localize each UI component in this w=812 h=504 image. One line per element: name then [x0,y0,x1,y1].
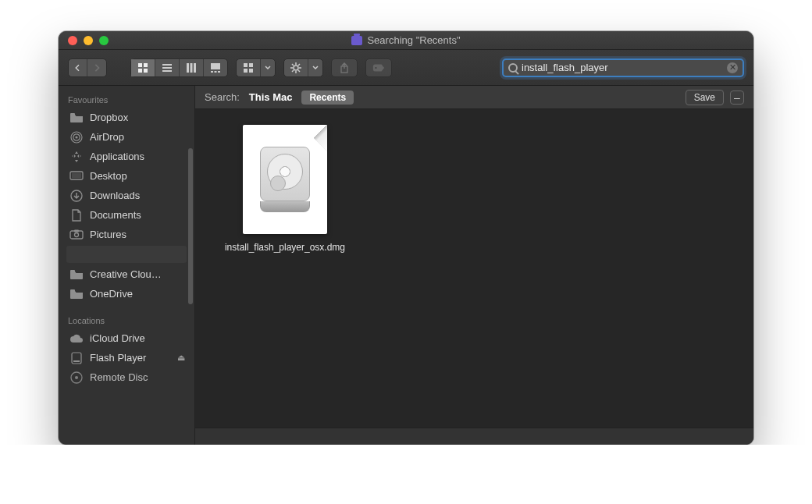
search-icon [508,63,518,73]
svg-rect-3 [144,69,148,73]
content: Favourites Dropbox AirDrop Applications … [59,86,753,445]
search-field[interactable]: ✕ [502,59,744,77]
share-button[interactable] [331,59,358,77]
sidebar-item-label: Pictures [90,229,126,240]
sidebar-item-airdrop[interactable]: AirDrop [59,127,194,147]
sidebar-item-label: Downloads [90,190,140,201]
svg-rect-12 [215,71,217,73]
path-bar [195,428,753,445]
sidebar-item-label: Desktop [90,170,127,182]
svg-rect-1 [144,63,148,67]
icon-view-button[interactable] [131,59,155,76]
svg-rect-4 [162,64,172,66]
finder-window: Searching "Recents" [59,31,753,445]
save-search-button[interactable]: Save [686,90,724,105]
svg-rect-5 [162,67,172,69]
desktop-icon [69,171,84,182]
sidebar-item-label: OneDrive [90,288,133,300]
svg-rect-6 [162,70,172,72]
forward-button[interactable] [87,59,106,76]
sidebar-item-label: Documents [90,209,141,221]
search-scope-bar: Search: This Mac Recents Save – [195,86,753,109]
svg-rect-11 [211,71,213,73]
svg-rect-0 [138,63,142,67]
scope-this-mac[interactable]: This Mac [249,91,293,103]
applications-icon [69,151,84,162]
folder-icon [69,269,84,280]
group-by-menu[interactable] [236,59,276,77]
svg-point-37 [75,233,79,237]
sidebar-item-flash-player[interactable]: Flash Player ⏏ [59,348,194,367]
file-grid[interactable]: install_flash_player_osx.dmg [195,109,753,428]
view-mode-selector [130,59,228,77]
zoom-window-button[interactable] [99,36,109,45]
sidebar-item-downloads[interactable]: Downloads [59,186,194,205]
smart-folder-icon [351,36,362,45]
sidebar-scrollbar[interactable] [188,148,193,304]
nav-buttons [68,59,107,77]
svg-rect-8 [191,63,193,73]
sidebar-item-label: Flash Player [90,352,146,364]
folder-icon [69,289,84,300]
sidebar-item-desktop[interactable]: Desktop [59,166,194,186]
close-window-button[interactable] [68,36,77,45]
svg-rect-14 [244,63,248,67]
remove-criteria-button[interactable]: – [730,91,744,105]
list-view-button[interactable] [155,59,180,76]
sidebar-item-label: Applications [90,151,144,162]
svg-line-26 [292,70,294,72]
scope-recents[interactable]: Recents [301,91,354,105]
sidebar-item-blank[interactable] [66,246,187,263]
pictures-icon [69,229,84,240]
gallery-view-button[interactable] [204,59,227,76]
airdrop-icon [69,132,84,143]
svg-line-23 [292,64,294,66]
clear-search-button[interactable]: ✕ [727,62,738,73]
titlebar: Searching "Recents" [59,31,753,50]
sidebar-item-documents[interactable]: Documents [59,205,194,225]
svg-rect-13 [218,71,220,73]
traffic-lights [68,36,109,45]
icloud-icon [69,333,84,344]
chevron-down-icon [308,59,322,76]
eject-icon[interactable]: ⏏ [177,353,185,363]
sidebar-item-applications[interactable]: Applications [59,147,194,166]
sidebar-item-pictures[interactable]: Pictures [59,225,194,244]
search-input[interactable] [522,62,727,73]
sidebar-item-label: Remote Disc [90,371,148,383]
sidebar-header-locations: Locations [59,311,194,328]
sidebar-item-label: iCloud Drive [90,332,145,344]
dmg-file-icon [243,125,327,234]
svg-rect-7 [187,63,189,73]
title-text: Searching "Recents" [367,34,460,46]
svg-line-24 [298,70,300,72]
disc-icon [69,372,84,383]
disk-icon [69,353,84,364]
svg-rect-10 [211,63,220,69]
window-title: Searching "Recents" [59,34,753,46]
svg-point-28 [375,66,376,68]
sidebar-item-creative-cloud[interactable]: Creative Clou… [59,264,194,284]
gear-icon [284,59,308,76]
sidebar-item-label: Dropbox [90,112,128,123]
documents-icon [69,210,84,221]
file-item[interactable]: install_flash_player_osx.dmg [211,125,359,253]
group-icon [237,59,261,76]
svg-rect-2 [138,69,142,73]
svg-rect-38 [74,230,79,232]
minimize-window-button[interactable] [84,36,93,45]
action-menu[interactable] [283,59,323,77]
column-view-button[interactable] [180,59,204,76]
downloads-icon [69,190,84,201]
sidebar-item-onedrive[interactable]: OneDrive [59,284,194,303]
back-button[interactable] [69,59,87,76]
scope-label: Search: [205,91,240,103]
svg-rect-16 [244,69,248,73]
sidebar-item-remote-disc[interactable]: Remote Disc [59,367,194,387]
tags-button[interactable] [365,59,392,77]
sidebar-header-favourites: Favourites [59,91,194,108]
sidebar-item-icloud[interactable]: iCloud Drive [59,328,194,348]
svg-rect-17 [249,69,253,73]
svg-rect-34 [72,173,81,178]
sidebar-item-dropbox[interactable]: Dropbox [59,108,194,127]
